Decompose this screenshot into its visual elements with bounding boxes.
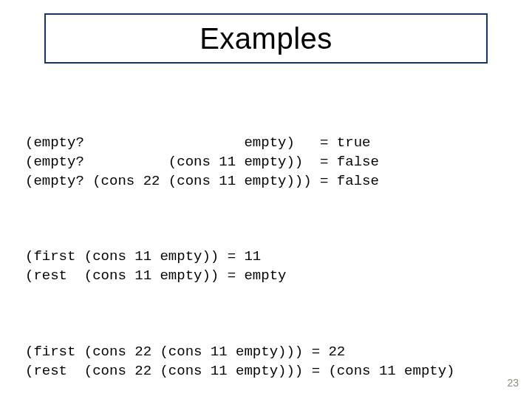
code-line: (empty? (cons 22 (cons 11 empty))) = fal… [25, 173, 379, 189]
code-line: (first (cons 11 empty)) = 11 [25, 248, 261, 265]
title-box: Examples [44, 13, 488, 64]
code-line: (rest (cons 22 (cons 11 empty))) = (cons… [25, 363, 455, 379]
example-block-empty: (empty? empty) = true (empty? (cons 11 e… [25, 134, 513, 191]
slide-title: Examples [200, 22, 332, 55]
page-number: 23 [507, 377, 519, 389]
code-line: (empty? (cons 11 empty)) = false [25, 154, 379, 170]
example-block-first-rest-1: (first (cons 11 empty)) = 11 (rest (cons… [25, 248, 513, 285]
example-block-first-rest-2: (first (cons 22 (cons 11 empty))) = 22 (… [25, 343, 513, 381]
code-line: (first (cons 22 (cons 11 empty))) = 22 [25, 344, 345, 360]
code-line: (rest (cons 11 empty)) = empty [25, 267, 286, 284]
code-line: (empty? empty) = true [25, 134, 370, 151]
code-area: (empty? empty) = true (empty? (cons 11 e… [25, 96, 513, 399]
